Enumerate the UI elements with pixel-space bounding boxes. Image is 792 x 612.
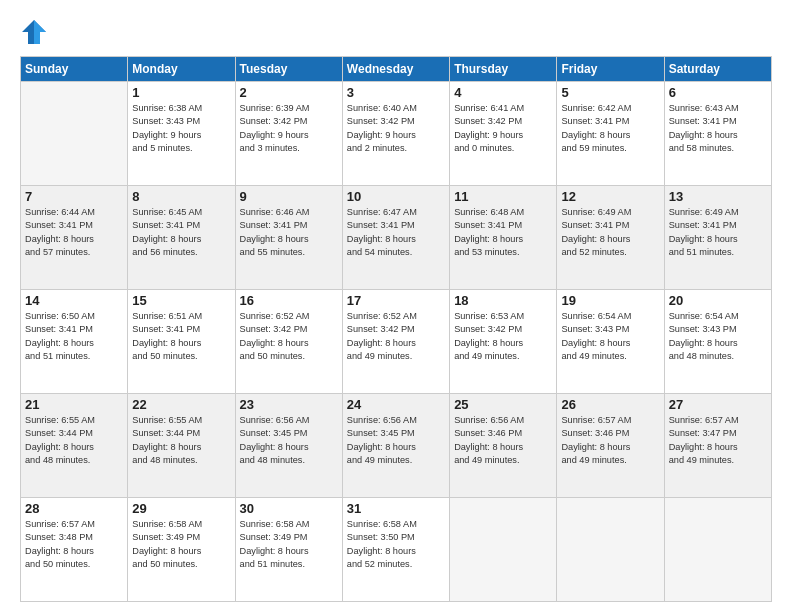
calendar-cell: 19Sunrise: 6:54 AMSunset: 3:43 PMDayligh…: [557, 290, 664, 394]
day-info: Sunrise: 6:58 AMSunset: 3:50 PMDaylight:…: [347, 518, 445, 571]
day-info: Sunrise: 6:49 AMSunset: 3:41 PMDaylight:…: [561, 206, 659, 259]
calendar-cell: [450, 498, 557, 602]
day-info: Sunrise: 6:43 AMSunset: 3:41 PMDaylight:…: [669, 102, 767, 155]
calendar-cell: 8Sunrise: 6:45 AMSunset: 3:41 PMDaylight…: [128, 186, 235, 290]
calendar-cell: 24Sunrise: 6:56 AMSunset: 3:45 PMDayligh…: [342, 394, 449, 498]
calendar-cell: 15Sunrise: 6:51 AMSunset: 3:41 PMDayligh…: [128, 290, 235, 394]
calendar-cell: 28Sunrise: 6:57 AMSunset: 3:48 PMDayligh…: [21, 498, 128, 602]
calendar-cell: 5Sunrise: 6:42 AMSunset: 3:41 PMDaylight…: [557, 82, 664, 186]
day-info: Sunrise: 6:57 AMSunset: 3:48 PMDaylight:…: [25, 518, 123, 571]
day-info: Sunrise: 6:57 AMSunset: 3:46 PMDaylight:…: [561, 414, 659, 467]
calendar-header-sunday: Sunday: [21, 57, 128, 82]
day-info: Sunrise: 6:51 AMSunset: 3:41 PMDaylight:…: [132, 310, 230, 363]
calendar-header-wednesday: Wednesday: [342, 57, 449, 82]
calendar-week-row: 1Sunrise: 6:38 AMSunset: 3:43 PMDaylight…: [21, 82, 772, 186]
day-number: 5: [561, 85, 659, 100]
day-info: Sunrise: 6:39 AMSunset: 3:42 PMDaylight:…: [240, 102, 338, 155]
day-number: 20: [669, 293, 767, 308]
calendar-cell: 18Sunrise: 6:53 AMSunset: 3:42 PMDayligh…: [450, 290, 557, 394]
calendar-cell: 11Sunrise: 6:48 AMSunset: 3:41 PMDayligh…: [450, 186, 557, 290]
calendar-cell: [664, 498, 771, 602]
calendar-cell: 3Sunrise: 6:40 AMSunset: 3:42 PMDaylight…: [342, 82, 449, 186]
day-info: Sunrise: 6:38 AMSunset: 3:43 PMDaylight:…: [132, 102, 230, 155]
day-number: 16: [240, 293, 338, 308]
day-info: Sunrise: 6:56 AMSunset: 3:45 PMDaylight:…: [240, 414, 338, 467]
calendar-header-row: SundayMondayTuesdayWednesdayThursdayFrid…: [21, 57, 772, 82]
day-number: 8: [132, 189, 230, 204]
day-number: 24: [347, 397, 445, 412]
calendar-header-monday: Monday: [128, 57, 235, 82]
day-info: Sunrise: 6:56 AMSunset: 3:45 PMDaylight:…: [347, 414, 445, 467]
calendar-cell: 17Sunrise: 6:52 AMSunset: 3:42 PMDayligh…: [342, 290, 449, 394]
day-info: Sunrise: 6:45 AMSunset: 3:41 PMDaylight:…: [132, 206, 230, 259]
calendar-cell: 31Sunrise: 6:58 AMSunset: 3:50 PMDayligh…: [342, 498, 449, 602]
calendar-cell: 7Sunrise: 6:44 AMSunset: 3:41 PMDaylight…: [21, 186, 128, 290]
day-number: 2: [240, 85, 338, 100]
calendar-header-saturday: Saturday: [664, 57, 771, 82]
day-info: Sunrise: 6:55 AMSunset: 3:44 PMDaylight:…: [25, 414, 123, 467]
day-number: 21: [25, 397, 123, 412]
day-number: 18: [454, 293, 552, 308]
day-number: 31: [347, 501, 445, 516]
day-number: 30: [240, 501, 338, 516]
day-info: Sunrise: 6:52 AMSunset: 3:42 PMDaylight:…: [240, 310, 338, 363]
day-number: 15: [132, 293, 230, 308]
day-number: 23: [240, 397, 338, 412]
day-info: Sunrise: 6:53 AMSunset: 3:42 PMDaylight:…: [454, 310, 552, 363]
day-info: Sunrise: 6:54 AMSunset: 3:43 PMDaylight:…: [561, 310, 659, 363]
calendar-cell: 16Sunrise: 6:52 AMSunset: 3:42 PMDayligh…: [235, 290, 342, 394]
calendar-cell: 2Sunrise: 6:39 AMSunset: 3:42 PMDaylight…: [235, 82, 342, 186]
day-info: Sunrise: 6:40 AMSunset: 3:42 PMDaylight:…: [347, 102, 445, 155]
day-number: 7: [25, 189, 123, 204]
day-number: 19: [561, 293, 659, 308]
day-info: Sunrise: 6:54 AMSunset: 3:43 PMDaylight:…: [669, 310, 767, 363]
calendar-cell: 21Sunrise: 6:55 AMSunset: 3:44 PMDayligh…: [21, 394, 128, 498]
calendar-table: SundayMondayTuesdayWednesdayThursdayFrid…: [20, 56, 772, 602]
calendar-cell: 13Sunrise: 6:49 AMSunset: 3:41 PMDayligh…: [664, 186, 771, 290]
header: [20, 18, 772, 46]
calendar-week-row: 21Sunrise: 6:55 AMSunset: 3:44 PMDayligh…: [21, 394, 772, 498]
day-number: 28: [25, 501, 123, 516]
calendar-header-tuesday: Tuesday: [235, 57, 342, 82]
calendar-cell: [21, 82, 128, 186]
calendar-cell: 22Sunrise: 6:55 AMSunset: 3:44 PMDayligh…: [128, 394, 235, 498]
day-info: Sunrise: 6:44 AMSunset: 3:41 PMDaylight:…: [25, 206, 123, 259]
calendar-cell: 14Sunrise: 6:50 AMSunset: 3:41 PMDayligh…: [21, 290, 128, 394]
day-number: 6: [669, 85, 767, 100]
logo: [20, 18, 52, 46]
calendar-cell: 27Sunrise: 6:57 AMSunset: 3:47 PMDayligh…: [664, 394, 771, 498]
day-number: 14: [25, 293, 123, 308]
calendar-cell: 29Sunrise: 6:58 AMSunset: 3:49 PMDayligh…: [128, 498, 235, 602]
day-number: 17: [347, 293, 445, 308]
calendar-cell: 1Sunrise: 6:38 AMSunset: 3:43 PMDaylight…: [128, 82, 235, 186]
calendar-cell: 25Sunrise: 6:56 AMSunset: 3:46 PMDayligh…: [450, 394, 557, 498]
calendar-header-thursday: Thursday: [450, 57, 557, 82]
day-number: 11: [454, 189, 552, 204]
calendar-week-row: 7Sunrise: 6:44 AMSunset: 3:41 PMDaylight…: [21, 186, 772, 290]
calendar-cell: 12Sunrise: 6:49 AMSunset: 3:41 PMDayligh…: [557, 186, 664, 290]
day-info: Sunrise: 6:58 AMSunset: 3:49 PMDaylight:…: [240, 518, 338, 571]
day-info: Sunrise: 6:48 AMSunset: 3:41 PMDaylight:…: [454, 206, 552, 259]
calendar-page: SundayMondayTuesdayWednesdayThursdayFrid…: [0, 0, 792, 612]
day-info: Sunrise: 6:56 AMSunset: 3:46 PMDaylight:…: [454, 414, 552, 467]
day-info: Sunrise: 6:42 AMSunset: 3:41 PMDaylight:…: [561, 102, 659, 155]
day-number: 1: [132, 85, 230, 100]
day-number: 29: [132, 501, 230, 516]
calendar-cell: 9Sunrise: 6:46 AMSunset: 3:41 PMDaylight…: [235, 186, 342, 290]
day-number: 22: [132, 397, 230, 412]
day-number: 25: [454, 397, 552, 412]
day-number: 26: [561, 397, 659, 412]
calendar-cell: 10Sunrise: 6:47 AMSunset: 3:41 PMDayligh…: [342, 186, 449, 290]
svg-marker-1: [34, 20, 46, 44]
day-info: Sunrise: 6:50 AMSunset: 3:41 PMDaylight:…: [25, 310, 123, 363]
day-number: 3: [347, 85, 445, 100]
calendar-week-row: 14Sunrise: 6:50 AMSunset: 3:41 PMDayligh…: [21, 290, 772, 394]
calendar-cell: 23Sunrise: 6:56 AMSunset: 3:45 PMDayligh…: [235, 394, 342, 498]
day-info: Sunrise: 6:58 AMSunset: 3:49 PMDaylight:…: [132, 518, 230, 571]
day-info: Sunrise: 6:55 AMSunset: 3:44 PMDaylight:…: [132, 414, 230, 467]
calendar-cell: 30Sunrise: 6:58 AMSunset: 3:49 PMDayligh…: [235, 498, 342, 602]
day-number: 4: [454, 85, 552, 100]
calendar-header-friday: Friday: [557, 57, 664, 82]
day-info: Sunrise: 6:47 AMSunset: 3:41 PMDaylight:…: [347, 206, 445, 259]
calendar-cell: [557, 498, 664, 602]
